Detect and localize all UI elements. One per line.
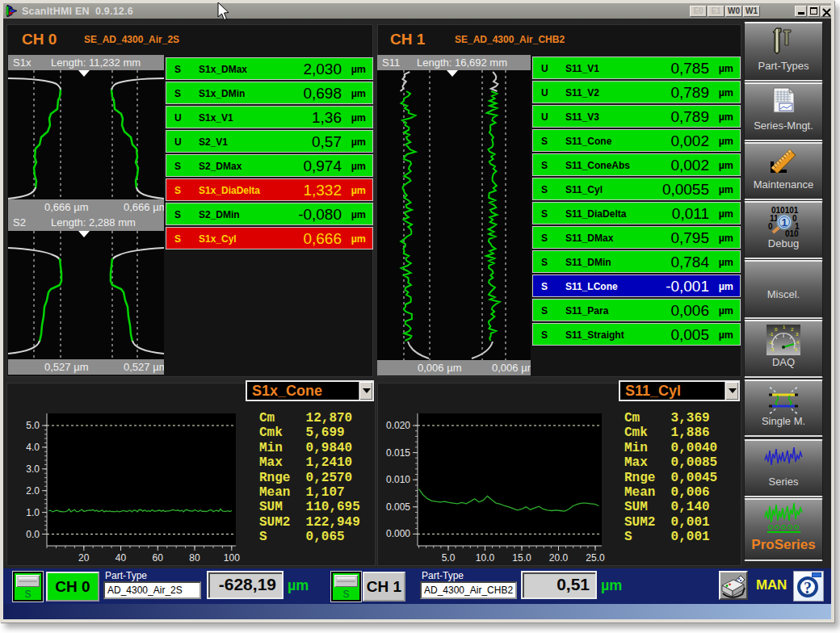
svg-text:2.0: 2.0	[26, 485, 40, 497]
svg-text:0: 0	[768, 222, 773, 231]
svg-text:25.0: 25.0	[586, 552, 605, 564]
svg-text:-2: -2	[768, 340, 773, 345]
svg-text:0.005: 0.005	[386, 501, 410, 513]
svg-text:60: 60	[153, 552, 164, 564]
svg-text:3.0: 3.0	[26, 463, 40, 475]
svg-text:40: 40	[116, 552, 127, 564]
svg-text:-3: -3	[770, 347, 775, 352]
svg-text:20.0: 20.0	[549, 552, 569, 564]
svg-text:4.0: 4.0	[26, 442, 40, 453]
svg-text:0.015: 0.015	[386, 447, 410, 459]
svg-text:15.0: 15.0	[512, 552, 531, 564]
svg-text:1.0: 1.0	[26, 507, 40, 518]
svg-text:0.020: 0.020	[386, 420, 410, 431]
svg-text:5.0: 5.0	[442, 552, 456, 564]
svg-text:5.0: 5.0	[26, 420, 40, 431]
svg-text:0.000: 0.000	[386, 528, 410, 539]
svg-text:-1: -1	[769, 332, 774, 337]
svg-text:?: ?	[804, 579, 812, 597]
svg-text:10.0: 10.0	[476, 552, 495, 564]
svg-text:80: 80	[189, 552, 200, 564]
svg-text:1: 1	[781, 216, 787, 228]
svg-text:100: 100	[224, 552, 240, 564]
svg-text:0.0: 0.0	[26, 529, 40, 540]
svg-text:20: 20	[78, 552, 90, 564]
svg-text:0.010: 0.010	[386, 474, 410, 485]
